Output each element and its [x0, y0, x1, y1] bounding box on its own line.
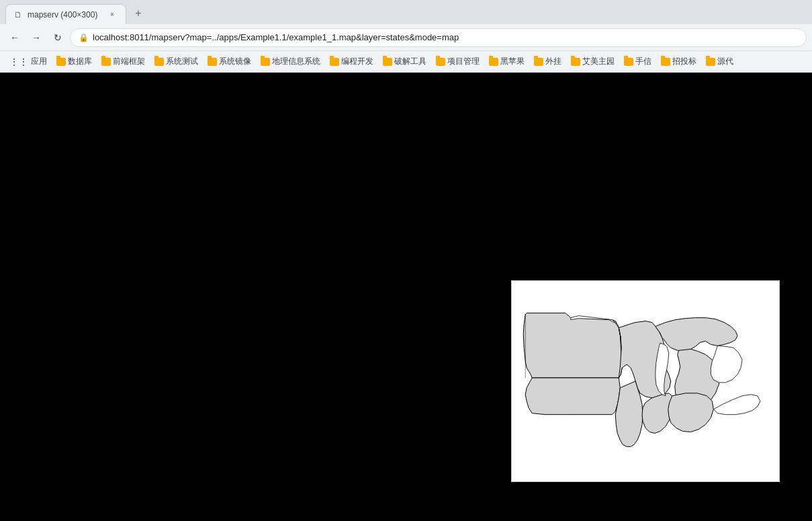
- map-container: [511, 280, 780, 482]
- bookmark-label: 手信: [635, 56, 651, 67]
- folder-icon: [56, 58, 66, 66]
- state-illinois: [615, 381, 643, 446]
- back-button[interactable]: ←: [5, 28, 24, 47]
- bookmark-label: 项目管理: [447, 56, 480, 67]
- reload-button[interactable]: ↻: [48, 28, 67, 47]
- bookmark-label: 黑苹果: [500, 56, 525, 67]
- lock-icon: 🔒: [79, 33, 89, 42]
- bookmark-招投标[interactable]: 招投标: [657, 54, 701, 69]
- forward-button[interactable]: →: [27, 28, 46, 47]
- new-tab-button[interactable]: +: [129, 4, 148, 23]
- bookmark-label: 外挂: [545, 56, 561, 67]
- folder-icon: [489, 58, 498, 66]
- bookmark-手信[interactable]: 手信: [620, 54, 656, 69]
- apps-button[interactable]: ⋮⋮ 应用: [5, 54, 51, 69]
- bookmark-label: 地理信息系统: [272, 56, 320, 67]
- address-bar[interactable]: 🔒 localhost:8011/mapserv?map=../apps/Exa…: [70, 28, 807, 47]
- nav-bar: ← → ↻ 🔒 localhost:8011/mapserv?map=../ap…: [0, 24, 812, 51]
- folder-icon: [624, 58, 633, 66]
- state-iowa: [525, 378, 620, 415]
- tab-title: mapserv (400×300): [28, 10, 101, 19]
- bookmark-艾美主园[interactable]: 艾美主园: [567, 54, 619, 69]
- bookmark-系统测试[interactable]: 系统测试: [150, 54, 202, 69]
- bookmark-label: 编程开发: [341, 56, 373, 67]
- bookmark-label: 破解工具: [394, 56, 426, 67]
- folder-icon: [706, 58, 715, 66]
- bookmark-黑苹果[interactable]: 黑苹果: [485, 54, 529, 69]
- bookmark-label: 系统测试: [166, 56, 198, 67]
- bookmark-编程开发[interactable]: 编程开发: [326, 54, 377, 69]
- bookmark-label: 艾美主园: [582, 56, 615, 67]
- content-area: [0, 73, 812, 521]
- bookmark-地理信息系统[interactable]: 地理信息系统: [257, 54, 324, 69]
- tab-page-icon: 🗋: [14, 10, 22, 19]
- folder-icon: [383, 58, 392, 66]
- bookmark-源代[interactable]: 源代: [702, 54, 737, 69]
- bookmark-项目管理[interactable]: 项目管理: [432, 54, 484, 69]
- bookmark-label: 数据库: [68, 56, 92, 67]
- bookmarks-bar: ⋮⋮ 应用 数据库 前端框架 系统测试 系统镜像 地理信息系统 编程开发: [0, 51, 812, 73]
- bookmark-前端框架[interactable]: 前端框架: [97, 54, 149, 69]
- reload-icon: ↻: [54, 32, 62, 43]
- tab-bar: 🗋 mapserv (400×300) × +: [0, 0, 812, 24]
- folder-icon: [571, 58, 580, 66]
- folder-icon: [154, 58, 164, 66]
- folder-icon: [208, 58, 217, 66]
- folder-icon: [534, 58, 543, 66]
- apps-label: 应用: [31, 56, 47, 67]
- folder-icon: [101, 58, 111, 66]
- apps-grid-icon: ⋮⋮: [9, 56, 28, 67]
- folder-icon: [436, 58, 445, 66]
- bookmark-数据库[interactable]: 数据库: [52, 54, 96, 69]
- folder-icon: [261, 58, 270, 66]
- back-icon: ←: [10, 32, 19, 43]
- tab-close-button[interactable]: ×: [107, 9, 118, 20]
- browser-tab[interactable]: 🗋 mapserv (400×300) ×: [5, 4, 126, 24]
- bookmark-label: 前端框架: [113, 56, 145, 67]
- state-minnesota: [523, 313, 622, 378]
- folder-icon: [661, 58, 670, 66]
- bookmark-破解工具[interactable]: 破解工具: [379, 54, 431, 69]
- folder-icon: [330, 58, 339, 66]
- map-svg: [512, 281, 779, 481]
- forward-icon: →: [32, 32, 41, 43]
- bookmark-label: 招投标: [672, 56, 696, 67]
- bookmark-外挂[interactable]: 外挂: [530, 54, 566, 69]
- browser-frame: 🗋 mapserv (400×300) × + ← → ↻ 🔒 localhos…: [0, 0, 812, 521]
- url-text: localhost:8011/mapserv?map=../apps/Examp…: [93, 32, 798, 42]
- bookmark-label: 系统镜像: [219, 56, 251, 67]
- bookmark-系统镜像[interactable]: 系统镜像: [204, 54, 255, 69]
- bookmark-label: 源代: [717, 56, 733, 67]
